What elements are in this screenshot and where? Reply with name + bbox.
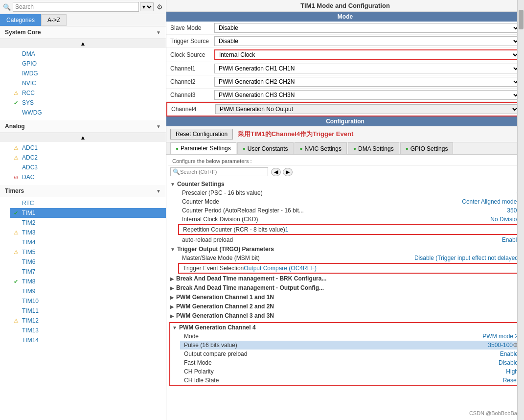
sidebar-item-tim4[interactable]: TIM4: [10, 237, 166, 247]
check-icon: ✔: [14, 210, 21, 216]
sidebar-item-wwdg[interactable]: WWDG: [10, 108, 166, 117]
sidebar-item-tim6[interactable]: TIM6: [10, 257, 166, 267]
channel2-select[interactable]: PWM Generation CH2 CH2N: [214, 77, 520, 87]
trigger-source-select[interactable]: Disable: [214, 36, 520, 46]
sidebar-item-dac[interactable]: ⊘DAC: [10, 172, 166, 182]
clock-source-label: Clock Source: [170, 51, 214, 58]
search-prev-button[interactable]: ◀: [271, 168, 281, 176]
pwm-ch3-node: ▶ PWM Generation Channel 3 and 3N: [168, 311, 522, 320]
sidebar-item-sys[interactable]: ✔SYS: [10, 98, 166, 108]
sidebar-item-gpio[interactable]: GPIO: [10, 59, 166, 69]
sidebar-item-tim1[interactable]: ✔TIM1: [10, 208, 166, 218]
pwm-ch1-header[interactable]: ▶ PWM Generation Channel 1 and 1N: [168, 293, 522, 302]
analog-items: ⚠ADC1 ⚠ADC2 ADC3 ⊘DAC: [0, 142, 166, 183]
search-input[interactable]: [13, 2, 139, 12]
sidebar-item-tim10[interactable]: TIM10: [10, 296, 166, 306]
channel4-section-header[interactable]: ▼ PWM Generation Channel 4: [170, 323, 520, 332]
scroll-up-btn2[interactable]: ▲: [0, 133, 166, 142]
sidebar-item-adc3[interactable]: ADC3: [10, 163, 166, 172]
counter-settings-node: ▼ Counter Settings Prescaler (PSC - 16 b…: [168, 180, 522, 244]
brk-config-header[interactable]: ▶ Break And Dead Time management - BRK C…: [168, 274, 522, 283]
collapse-arrow-icon: ▼: [172, 325, 177, 330]
tab-user-constants[interactable]: ● User Constants: [237, 142, 294, 154]
chevron-down-icon: ▼: [156, 124, 161, 129]
search-next-button[interactable]: ▶: [283, 168, 293, 176]
channel4-label: Channel4: [171, 106, 215, 113]
trigger-output-header[interactable]: ▼ Trigger Output (TRGO) Parameters: [168, 245, 522, 254]
warning-icon: ⚠: [14, 318, 21, 324]
tab-atoz[interactable]: A->Z: [41, 14, 67, 26]
clock-source-select[interactable]: Internal Clock: [215, 50, 519, 59]
section-system-core-header[interactable]: System Core ▼: [0, 26, 166, 39]
expand-arrow-icon: ▶: [170, 276, 174, 281]
tab-gpio-settings[interactable]: ● GPIO Settings: [400, 142, 454, 154]
channel3-label: Channel3: [170, 92, 214, 98]
sidebar-item-rtc[interactable]: RTC: [10, 198, 166, 208]
sidebar-item-tim14[interactable]: TIM14: [10, 335, 166, 345]
section-timers-header[interactable]: Timers ▼: [0, 185, 166, 197]
pwm-ch2-header[interactable]: ▶ PWM Generation Channel 2 and 2N: [168, 302, 522, 311]
param-ch4-fast-mode: Fast Mode Disable: [180, 358, 520, 367]
page-title: TIM1 Mode and Configuration: [166, 0, 524, 12]
config-search-box: 🔍: [170, 167, 268, 176]
gear-icon[interactable]: ⚙: [157, 3, 163, 11]
param-clock-division: Internal Clock Division (CKD) No Divisio…: [178, 215, 522, 224]
sidebar-item-tim8[interactable]: ✔TIM8: [10, 277, 166, 286]
channel1-select[interactable]: PWM Generation CH1 CH1N: [214, 64, 520, 73]
sidebar-content: System Core ▼ ▲ DMA GPIO IWDG NVIC ⚠RCC …: [0, 26, 166, 420]
tab-categories[interactable]: Categories: [0, 14, 41, 26]
warning-icon: ⚠: [14, 249, 21, 256]
tab-nvic-settings[interactable]: ● NVIC Settings: [295, 142, 347, 154]
channel4-mode-row: Channel4 PWM Generation No Output: [166, 102, 524, 117]
pwm-ch3-header[interactable]: ▶ PWM Generation Channel 3 and 3N: [168, 311, 522, 320]
sidebar-item-tim13[interactable]: TIM13: [10, 326, 166, 335]
config-body: Configure the below parameters : 🔍 ◀ ▶ ℹ: [166, 155, 524, 420]
channel4-select[interactable]: PWM Generation No Output: [215, 104, 519, 114]
pwm-ch2-node: ▶ PWM Generation Channel 2 and 2N: [168, 302, 522, 311]
tab-dot-icon: ●: [406, 146, 409, 151]
search-dropdown[interactable]: ▾: [140, 2, 154, 11]
channel3-select[interactable]: PWM Generation CH3 CH3N: [214, 90, 520, 100]
reset-config-button[interactable]: Reset Configuration: [170, 129, 233, 140]
section-analog-header[interactable]: Analog ▼: [0, 120, 166, 133]
sidebar-item-iwdg[interactable]: IWDG: [10, 69, 166, 78]
slave-mode-select[interactable]: Disable: [214, 23, 520, 33]
warning-icon: ⚠: [14, 230, 21, 236]
sidebar-item-dma[interactable]: DMA: [10, 49, 166, 59]
sidebar-item-tim9[interactable]: TIM9: [10, 286, 166, 296]
trigger-source-row: Trigger Source Disable: [166, 35, 524, 48]
sidebar-item-tim5[interactable]: ⚠TIM5: [10, 247, 166, 257]
brk-output-header[interactable]: ▶ Break And Dead Time management - Outpu…: [168, 283, 522, 292]
sidebar: 🔍 ▾ ⚙ Categories A->Z System Core ▼ ▲ DM…: [0, 0, 166, 420]
config-search-input[interactable]: [180, 169, 266, 175]
sidebar-item-nvic[interactable]: NVIC: [10, 78, 166, 88]
param-ch4-mode: Mode PWM mode 2: [180, 332, 520, 341]
collapse-arrow-icon: ▼: [170, 182, 175, 187]
scrollbar[interactable]: [517, 0, 524, 420]
sidebar-item-tim11[interactable]: TIM11: [10, 306, 166, 316]
sidebar-item-tim12[interactable]: ⚠TIM12: [10, 316, 166, 326]
scroll-up-btn[interactable]: ▲: [0, 39, 166, 48]
config-search-nav: ◀ ▶: [271, 168, 293, 176]
channel1-label: Channel1: [170, 65, 214, 72]
timers-items: RTC ✔TIM1 TIM2 ⚠TIM3 TIM4 ⚠TIM5 TIM6 TIM…: [0, 197, 166, 346]
config-tab-bar: ● Parameter Settings ● User Constants ● …: [166, 142, 524, 155]
scrollbar-thumb[interactable]: [519, 10, 524, 29]
counter-settings-header[interactable]: ▼ Counter Settings: [168, 180, 522, 188]
sidebar-item-tim3[interactable]: ⚠TIM3: [10, 228, 166, 237]
slave-mode-row: Slave Mode Disable: [166, 22, 524, 35]
clock-source-row: Clock Source Internal Clock: [166, 48, 524, 62]
sidebar-item-adc2[interactable]: ⚠ADC2: [10, 153, 166, 163]
tab-dma-settings[interactable]: ● DMA Settings: [348, 142, 399, 154]
sidebar-tab-bar: Categories A->Z: [0, 14, 166, 26]
expand-arrow-icon: ▶: [170, 285, 174, 291]
sidebar-item-adc1[interactable]: ⚠ADC1: [10, 143, 166, 153]
sidebar-item-tim7[interactable]: TIM7: [10, 267, 166, 277]
section-system-core: System Core ▼ ▲ DMA GPIO IWDG NVIC ⚠RCC …: [0, 26, 166, 118]
section-label: System Core: [5, 29, 41, 36]
trigger-output-node: ▼ Trigger Output (TRGO) Parameters Maste…: [168, 245, 522, 274]
section-timers: Timers ▼ RTC ✔TIM1 TIM2 ⚠TIM3 TIM4 ⚠TIM5…: [0, 185, 166, 346]
sidebar-item-tim2[interactable]: TIM2: [10, 218, 166, 228]
sidebar-item-rcc[interactable]: ⚠RCC: [10, 88, 166, 98]
tab-parameter-settings[interactable]: ● Parameter Settings: [170, 142, 236, 154]
